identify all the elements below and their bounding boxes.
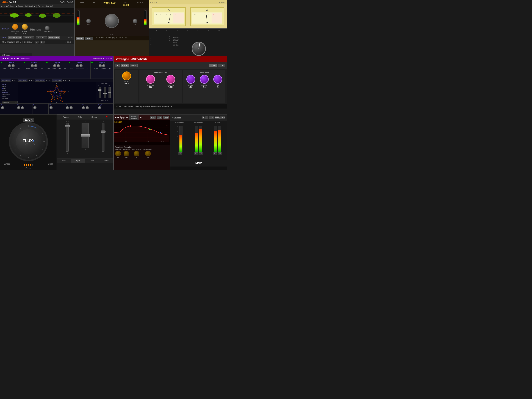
eq-lo-knob[interactable] [186, 75, 195, 84]
edit-tab[interactable]: EDIT [218, 64, 225, 67]
low-level-fader[interactable] [179, 126, 183, 152]
depth-knob[interactable] [124, 151, 129, 156]
compuvox-bits-knob[interactable] [53, 64, 56, 67]
biovox-shift-knob[interactable] [12, 64, 15, 67]
nav-left[interactable]: ◄ [12, 80, 13, 81]
nav-right[interactable]: ► [14, 80, 16, 81]
correction-radio[interactable] [2, 94, 3, 95]
freq-high[interactable]: 14 kHz [16, 41, 21, 43]
pitch-high-radio[interactable] [2, 86, 3, 87]
freq-low[interactable]: 7 kHz [2, 41, 6, 43]
pitch-low-radio[interactable] [2, 90, 3, 91]
range-knob[interactable] [22, 24, 28, 30]
a-b-btn[interactable]: A ► B [120, 64, 129, 67]
b-btn[interactable]: B [115, 64, 120, 67]
nav-left4[interactable]: ◄ [63, 80, 64, 81]
pitch-mid-option[interactable]: Mid [2, 88, 16, 89]
nav-right5[interactable]: ► [69, 80, 70, 81]
bass-grater-btn[interactable]: Bass Grater [18, 79, 28, 82]
oversampling-value[interactable]: Off [50, 5, 52, 7]
threshold-knob[interactable] [12, 24, 18, 30]
talkbox-drive-knob[interactable] [76, 64, 79, 67]
reset-btn[interactable]: Reset [130, 64, 138, 67]
custom-radio[interactable] [2, 98, 3, 99]
talkbox-on-led[interactable] [69, 62, 70, 63]
toolbar-ab[interactable]: A/B [6, 5, 9, 7]
preset-label[interactable]: VocalSyn 2 [21, 58, 30, 60]
mix-fader[interactable] [108, 87, 111, 98]
chorus-depth-knob[interactable] [66, 106, 69, 109]
chromatic-selector[interactable]: Chromatic [2, 100, 16, 103]
pitch-mid-radio[interactable] [2, 88, 3, 89]
damp-lo-knob[interactable] [146, 75, 155, 84]
key-option[interactable]: Key [2, 96, 16, 98]
high-level-fader-1[interactable] [195, 126, 198, 152]
pan-fader[interactable] [104, 87, 106, 98]
range-fader[interactable] [66, 123, 69, 152]
redo-icon[interactable]: ↪ [4, 5, 5, 7]
output-fader[interactable] [101, 123, 104, 152]
nav-right2[interactable]: ► [31, 80, 32, 81]
mv2-save-btn[interactable]: Save [220, 116, 225, 119]
mul-ab-btn[interactable]: A→B [150, 116, 156, 119]
mv2-undo-btn[interactable]: ↩ [202, 116, 204, 119]
compuvox-bytes-knob[interactable] [57, 64, 60, 67]
vocoder-on-led[interactable] [24, 62, 25, 63]
eq-main-knob[interactable] [192, 42, 206, 56]
nav-right-icon[interactable]: ► [34, 5, 35, 7]
multiply-preset[interactable]: Gentle warmth [129, 115, 139, 120]
vu-nav-buttons[interactable]: ◄ ► A B [219, 1, 226, 3]
polyvox-formant-knob[interactable] [99, 64, 102, 67]
width-knob[interactable] [122, 71, 131, 80]
undo-icon[interactable]: ↩ [1, 5, 3, 7]
rider-main-fader[interactable] [82, 123, 89, 148]
filter-res-knob[interactable] [21, 106, 24, 109]
ext-btn[interactable]: Ext [40, 41, 45, 44]
basic-syntax-btn[interactable]: Basic Syntax [35, 79, 45, 82]
custom-option[interactable]: Custom [2, 98, 16, 100]
music-tab[interactable]: Music [99, 159, 114, 163]
nav-right-mul[interactable]: ► [139, 116, 142, 119]
deep-tab[interactable]: DEEP [209, 64, 217, 67]
key-radio[interactable] [2, 96, 3, 97]
talkbox-speaker-knob[interactable] [79, 64, 83, 67]
nav-right3[interactable]: ► [48, 80, 50, 81]
biovox-clarity-knob[interactable] [8, 64, 11, 67]
vocal-tab[interactable]: Vocal [85, 159, 99, 163]
audition-btn[interactable]: Audition [7, 41, 15, 43]
polyvox-char-knob[interactable] [102, 64, 105, 67]
slow-tab[interactable]: Slow [57, 159, 71, 163]
chorus-rate-knob[interactable] [70, 106, 73, 109]
stereo-knob[interactable] [145, 151, 151, 156]
wide-band-btn[interactable]: WIDE BAND [36, 36, 47, 39]
mv2-redo-btn[interactable]: ↪ [205, 116, 208, 119]
gate-fader[interactable] [99, 87, 101, 98]
biovox-on-led[interactable] [1, 62, 2, 63]
copy-button[interactable]: Copy [10, 5, 14, 7]
ring-mod-knob[interactable] [98, 106, 101, 109]
damp-hi-knob[interactable] [166, 75, 175, 84]
eq-canvas[interactable]: 10 100 1000 [114, 123, 169, 142]
output-fader-1[interactable] [214, 126, 217, 152]
spill-tab[interactable]: Spill [71, 159, 85, 163]
vocoder-shift-knob[interactable] [34, 64, 38, 67]
preset-name[interactable]: Female Split Band [18, 5, 33, 7]
filter-freq-knob[interactable] [17, 106, 20, 109]
altered-bots-btn[interactable]: Altered Bots [1, 79, 11, 82]
latch-btn[interactable]: LATCH [76, 37, 84, 40]
vocoder-vintage-knob[interactable] [31, 64, 34, 67]
eq-hi-knob[interactable] [213, 75, 222, 84]
distort-knob[interactable] [1, 106, 4, 109]
voice-knob[interactable] [134, 151, 139, 156]
mode-selector[interactable]: Preset Mode ▼ [93, 58, 104, 59]
midi-learn-label[interactable]: MIDI Learn [2, 54, 10, 56]
single-vocal-btn[interactable]: SINGLE VOCAL [8, 36, 22, 39]
allround-btn[interactable]: ALLROUND [23, 36, 34, 39]
eq-mid-knob[interactable] [200, 75, 209, 84]
high-level-fader-2[interactable] [199, 126, 202, 152]
pitch-low-option[interactable]: Low [2, 89, 16, 91]
adt-drv-knob[interactable] [133, 19, 137, 23]
flux-dial[interactable]: FLUX: sound and picture development [9, 122, 48, 161]
touch-btn[interactable]: TOUCH [85, 37, 93, 40]
mv2-ab-btn[interactable]: A→B [209, 116, 214, 119]
